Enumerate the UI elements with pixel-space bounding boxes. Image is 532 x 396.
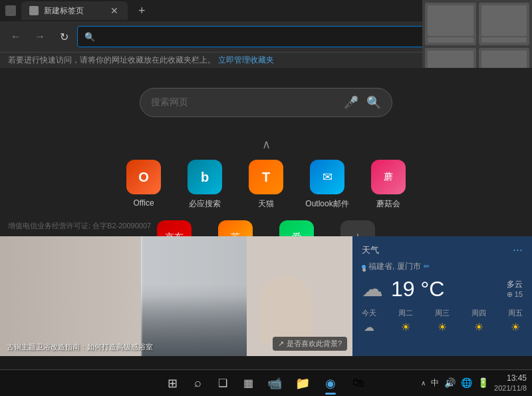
browser-tab[interactable]: 新建标签页 ✕ — [21, 1, 128, 20]
shortcut-item-taobao[interactable]: T 天猫 — [243, 160, 289, 210]
forecast-label-today: 今天 — [362, 308, 376, 318]
manage-bookmarks-link[interactable]: 立即管理收藏夹 — [218, 55, 274, 66]
shortcut-icon-bing: b — [188, 160, 222, 194]
license-text: 增值电信业务经营许可证: 合字B2-20090007 — [8, 221, 151, 231]
news-section: 古铜主题卫浴改造指南：如何打造高级感浴室 ↗ 是否喜欢此背景? — [0, 236, 352, 356]
search-icons: 🎤 🔍 — [344, 95, 381, 110]
back-button[interactable]: ← — [5, 26, 27, 47]
forecast-label-tue: 周二 — [398, 308, 413, 318]
new-tab-button[interactable]: + — [133, 4, 151, 18]
sidebar-thumb-sm — [481, 37, 527, 43]
sidebar-grid-cell — [425, 3, 476, 45]
search-button[interactable]: ⌕ — [186, 371, 209, 395]
shortcut-icon-office: O — [126, 160, 161, 194]
weather-edit-icon[interactable]: ✏ — [424, 262, 430, 271]
shortcut-item-bing[interactable]: b 必应搜索 — [182, 160, 227, 210]
forward-button[interactable]: → — [29, 26, 51, 47]
shortcut-item-mogu[interactable]: 蘑 蘑菇会 — [366, 160, 411, 210]
widgets-button[interactable]: ▦ — [236, 371, 260, 395]
weather-condition: 多云 — [507, 279, 523, 290]
taskbar-app-meet[interactable]: 📹 — [261, 370, 288, 397]
tab-close-button[interactable]: ✕ — [109, 5, 120, 16]
search-section: 搜索网页 🎤 🔍 — [0, 68, 532, 130]
location-icon: ● — [362, 265, 366, 269]
forecast-label-wed: 周三 — [435, 308, 450, 318]
weather-main: ☁ 19 °C 多云 ⊕ 15 — [362, 276, 523, 301]
shortcut-label-mogu: 蘑菇会 — [376, 198, 400, 210]
tray-chevron[interactable]: ∧ — [421, 379, 426, 387]
shortcuts-toggle-button[interactable]: ∧ — [262, 137, 271, 152]
clock-date: 2021/11/8 — [494, 383, 527, 393]
sidebar-grid-row-1 — [425, 3, 529, 45]
start-button[interactable]: ⊞ — [160, 371, 184, 395]
forecast-day-fri: 周五 ☀ — [508, 308, 523, 333]
news-caption: 古铜主题卫浴改造指南：如何打造高级感浴室 — [7, 343, 153, 351]
forecast-day-today: 今天 ☁ — [362, 308, 376, 333]
files-icon: 📁 — [295, 376, 310, 391]
sidebar-thumb — [428, 5, 473, 36]
forecast-day-thu: 周四 ☀ — [471, 308, 486, 333]
shortcut-item-outlook[interactable]: ✉ Outlook邮件 — [305, 160, 350, 210]
taskbar-app-files[interactable]: 📁 — [289, 370, 316, 397]
forecast-day-tue: 周二 ☀ — [398, 308, 413, 333]
taskview-button[interactable]: ❑ — [211, 371, 235, 395]
weather-cloud-icon: ☁ — [362, 276, 383, 301]
taskbar-center: ⊞ ⌕ ❑ ▦ 📹 📁 ◉ 🛍 — [160, 370, 372, 397]
weather-header: 天气 ··· — [362, 243, 523, 257]
sidebar-thumb — [481, 5, 527, 36]
forecast-icon-wed: ☀ — [438, 321, 447, 333]
shortcut-icon-outlook: ✉ — [310, 160, 344, 194]
sidebar-thumb-sm — [428, 37, 473, 43]
taskbar: ⊞ ⌕ ❑ ▦ 📹 📁 ◉ 🛍 — [0, 369, 532, 396]
sidebar-grid-cell — [479, 3, 530, 45]
meet-icon: 📹 — [267, 376, 282, 391]
forecast-icon-today: ☁ — [364, 321, 374, 333]
taskbar-right: ∧ 中 🔊 🌐 🔋 13:45 2021/11/8 — [421, 373, 532, 393]
shortcut-label-bing: 必应搜索 — [189, 198, 221, 210]
browser-content: 搜索网页 🎤 🔍 ∧ O Office b — [0, 68, 532, 356]
taskbar-app-edge[interactable]: ◉ — [317, 370, 344, 397]
taskbar-search-icon: ⌕ — [194, 376, 201, 390]
clock[interactable]: 13:45 2021/11/8 — [494, 373, 527, 393]
bottom-content: 古铜主题卫浴改造指南：如何打造高级感浴室 ↗ 是否喜欢此背景? 天气 ··· ●… — [0, 236, 532, 356]
forecast-label-fri: 周五 — [508, 308, 523, 318]
battery-icon[interactable]: 🔋 — [477, 377, 489, 388]
shortcut-item-office[interactable]: O Office — [121, 160, 166, 210]
shortcut-icon-mogu: 蘑 — [371, 160, 406, 194]
search-box[interactable]: 搜索网页 🎤 🔍 — [140, 88, 392, 117]
edge-icon: ◉ — [325, 376, 336, 391]
refresh-button[interactable]: ↻ — [53, 26, 74, 47]
weather-wind: ⊕ 15 — [507, 290, 523, 299]
search-text: 搜索网页 — [151, 97, 337, 108]
shortcut-icon-taobao: T — [249, 160, 283, 194]
nav-bar: ← → ↻ 🔍 — [0, 21, 532, 52]
forecast-label-thu: 周四 — [471, 308, 486, 318]
forecast-icon-fri: ☀ — [511, 321, 520, 333]
shortcut-label-taobao: 天猫 — [258, 198, 274, 210]
shortcuts-row-1: O Office b 必应搜索 T 天猫 — [121, 160, 411, 210]
widgets-icon: ▦ — [243, 377, 253, 389]
forecast-icon-tue: ☀ — [401, 321, 410, 333]
weather-more-button[interactable]: ··· — [513, 243, 523, 257]
clock-time: 13:45 — [494, 373, 527, 384]
tray-lang[interactable]: 中 — [431, 377, 439, 389]
forecast-day-wed: 周三 ☀ — [435, 308, 450, 333]
taskbar-app-store[interactable]: 🛍 — [345, 370, 372, 397]
browser-favicon — [5, 5, 16, 16]
tab-favicon — [29, 6, 39, 15]
browser-window: 新建标签页 ✕ + — ❐ ✕ ← → ↻ 🔍 — [0, 0, 532, 396]
weather-temperature: 19 °C — [391, 277, 444, 301]
mic-icon[interactable]: 🎤 — [344, 95, 358, 110]
bookmarks-prompt: 若要进行快速访问，请将你的网址收藏放在此收藏夹栏上。 — [8, 55, 215, 66]
weather-location-text: 福建省, 厦门市 — [368, 261, 421, 272]
search-submit-icon[interactable]: 🔍 — [366, 95, 381, 110]
store-icon: 🛍 — [352, 376, 364, 390]
system-tray: ∧ 中 🔊 🌐 🔋 13:45 2021/11/8 — [421, 373, 527, 393]
taskview-icon: ❑ — [218, 377, 227, 389]
weather-section: 天气 ··· ● 福建省, 厦门市 ✏ ☁ 19 °C 多云 ⊕ 15 — [352, 236, 532, 356]
weather-title: 天气 — [362, 244, 379, 256]
network-icon[interactable]: 🌐 — [461, 377, 472, 388]
tab-label: 新建标签页 — [44, 5, 84, 17]
search-prefix-icon: 🔍 — [84, 32, 95, 42]
speaker-icon[interactable]: 🔊 — [444, 377, 456, 388]
